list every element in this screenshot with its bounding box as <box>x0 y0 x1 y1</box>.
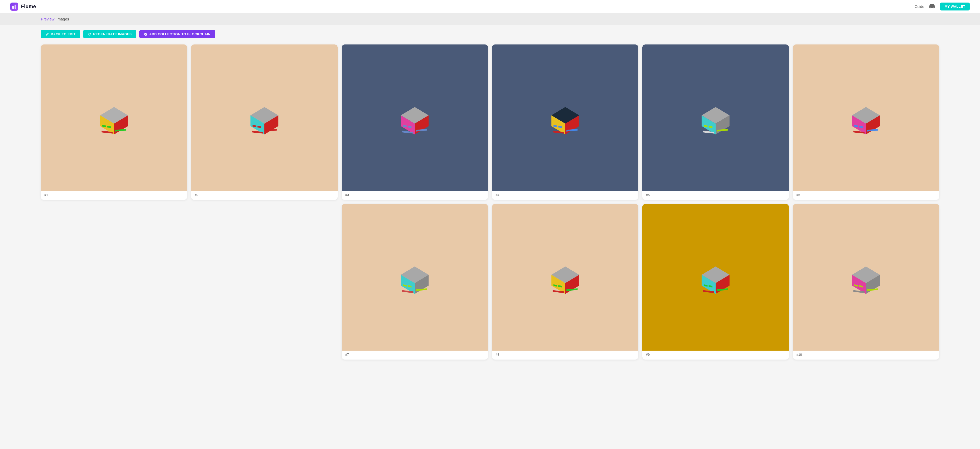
image-canvas <box>642 45 789 191</box>
header-right: Guide MY WALLET <box>915 3 970 11</box>
breadcrumb: Preview Images <box>0 13 980 25</box>
logo-icon <box>10 3 18 11</box>
pencil-icon <box>45 32 49 36</box>
image-canvas <box>793 45 939 191</box>
image-grid-row1: #1 #2 #3 <box>41 45 939 200</box>
svg-rect-0 <box>12 6 14 9</box>
image-canvas <box>342 45 488 191</box>
image-canvas <box>492 45 638 191</box>
image-number: #2 <box>191 191 337 197</box>
image-card: #4 <box>492 45 638 200</box>
my-wallet-button[interactable]: MY WALLET <box>940 3 970 11</box>
image-canvas <box>793 204 939 350</box>
image-canvas <box>41 45 187 191</box>
app-header: Flume Guide MY WALLET <box>0 0 980 13</box>
svg-rect-1 <box>14 5 16 9</box>
action-buttons: BACK TO EDIT REGENERATE IMAGES ADD COLLE… <box>41 30 939 38</box>
back-to-edit-button[interactable]: BACK TO EDIT <box>41 30 80 38</box>
image-card: #7 <box>342 204 488 359</box>
check-circle-icon <box>144 32 148 36</box>
image-number: #5 <box>642 191 789 197</box>
regenerate-images-button[interactable]: REGENERATE IMAGES <box>83 30 136 38</box>
breadcrumb-images: Images <box>56 17 69 21</box>
discord-icon[interactable] <box>929 3 935 10</box>
image-number: #3 <box>342 191 488 197</box>
image-number: #8 <box>492 351 638 356</box>
image-card: #5 <box>642 45 789 200</box>
logo-text: Flume <box>21 3 36 10</box>
image-card: #6 <box>793 45 939 200</box>
add-blockchain-button[interactable]: ADD COLLECTION TO BLOCKCHAIN <box>139 30 215 38</box>
breadcrumb-preview: Preview <box>41 17 54 21</box>
image-number: #7 <box>342 351 488 356</box>
image-canvas <box>342 204 488 350</box>
image-canvas <box>191 45 337 191</box>
image-canvas <box>642 204 789 350</box>
image-number: #9 <box>642 351 789 356</box>
image-canvas <box>492 204 638 350</box>
image-number: #1 <box>41 191 187 197</box>
image-card: #3 <box>342 45 488 200</box>
image-grid-row2: #7 #8 #9 <box>41 204 939 363</box>
image-number: #10 <box>793 351 939 356</box>
main-content: BACK TO EDIT REGENERATE IMAGES ADD COLLE… <box>0 25 980 374</box>
image-card: #10 <box>793 204 939 359</box>
image-card: #8 <box>492 204 638 359</box>
logo-area: Flume <box>10 3 36 11</box>
guide-link[interactable]: Guide <box>915 5 924 9</box>
image-number: #4 <box>492 191 638 197</box>
image-card: #1 <box>41 45 187 200</box>
refresh-icon <box>88 32 91 36</box>
image-card: #2 <box>191 45 337 200</box>
image-card: #9 <box>642 204 789 359</box>
image-number: #6 <box>793 191 939 197</box>
